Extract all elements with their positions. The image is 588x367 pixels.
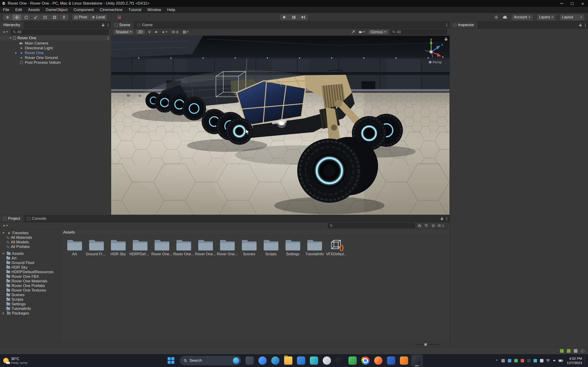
menu-item[interactable]: Assets	[25, 7, 43, 13]
wifi-icon[interactable]	[545, 357, 551, 365]
asset-folder-item[interactable]: Scripts	[0, 297, 60, 302]
volume-icon[interactable]	[552, 357, 557, 365]
dark-app-icon[interactable]	[334, 355, 346, 367]
project-search-input[interactable]	[328, 223, 415, 228]
favorites-item[interactable]: All Materials	[0, 235, 60, 240]
grid-snapping-icon[interactable]	[117, 15, 122, 20]
maximize-button[interactable]	[567, 0, 578, 7]
import-package-icon[interactable]	[417, 223, 422, 228]
scene-menu-icon[interactable]	[108, 38, 108, 39]
pause-button[interactable]	[289, 14, 299, 21]
lighting-status-icon[interactable]	[560, 349, 564, 353]
progress-spinner-icon[interactable]	[494, 15, 499, 20]
icon-size-slider[interactable]	[415, 344, 440, 345]
layout-dropdown[interactable]: Layout	[560, 14, 585, 21]
hierarchy-item[interactable]: Main Camera	[0, 41, 111, 46]
scene-viewport[interactable]: y x z Persp	[111, 36, 450, 215]
cloud-collab-icon[interactable]	[502, 15, 508, 20]
file-explorer-icon[interactable]	[282, 355, 294, 367]
tab-console[interactable]: Console	[24, 215, 50, 222]
asset-grid-item[interactable]: {} Rover One...	[173, 238, 195, 256]
minimize-button[interactable]	[556, 0, 567, 7]
tray-red-icon[interactable]	[519, 357, 525, 365]
menu-item[interactable]: GameObject	[43, 7, 70, 13]
lock-icon[interactable]	[102, 23, 104, 27]
menu-item[interactable]: Window	[144, 7, 164, 13]
transform-tool-button[interactable]	[50, 14, 59, 21]
tab-project[interactable]: Project	[0, 215, 24, 222]
blue-app-icon[interactable]	[385, 355, 397, 367]
shading-mode-dropdown[interactable]: Shaded	[113, 29, 134, 35]
console-status-icon[interactable]	[574, 349, 578, 353]
asset-grid-item[interactable]: {} Ground Flo...	[86, 238, 107, 256]
viewport-lock-icon[interactable]	[444, 37, 448, 41]
tab-scene[interactable]: Scene	[111, 22, 134, 28]
hierarchy-search-input[interactable]: All	[11, 29, 109, 35]
favorites-item[interactable]: All Prefabs	[0, 244, 60, 249]
tray-green-icon[interactable]	[513, 357, 519, 365]
tab-game[interactable]: Game	[134, 22, 156, 28]
asset-grid-item[interactable]: {} Scripts	[260, 238, 282, 256]
lock-icon[interactable]	[579, 23, 582, 27]
close-button[interactable]: ×	[578, 0, 588, 7]
chrome-browser-icon[interactable]	[359, 355, 372, 367]
rotate-tool-button[interactable]	[22, 14, 31, 21]
projection-mode-toggle[interactable]: Persp	[429, 60, 442, 64]
panel-menu-icon[interactable]	[447, 218, 447, 219]
collapse-arrow[interactable]	[2, 253, 5, 254]
play-button[interactable]	[280, 14, 289, 21]
edge-browser-icon[interactable]	[269, 355, 281, 367]
scene-visibility-toggle[interactable]: 0	[170, 29, 180, 35]
move-tool-button[interactable]	[12, 14, 22, 21]
asset-folder-item[interactable]: HDRPDefaultResources	[0, 270, 60, 274]
expand-arrow[interactable]	[14, 52, 18, 54]
tab-inspector[interactable]: Inspector	[450, 22, 478, 28]
tray-gray-icon[interactable]	[500, 357, 506, 365]
layers-dropdown[interactable]: Layers	[536, 14, 556, 21]
widgets-icon[interactable]	[244, 355, 256, 367]
asset-folder-item[interactable]: Rover One Textures	[0, 288, 60, 293]
scene-tools-icon[interactable]	[351, 29, 356, 35]
microsoft-store-icon[interactable]	[295, 355, 307, 367]
pivot-toggle-button[interactable]: Pivot	[72, 14, 90, 21]
favorites-star-icon[interactable]	[431, 223, 436, 228]
collab-status-icon[interactable]	[567, 349, 571, 353]
asset-grid-item[interactable]: {} Scenes	[238, 238, 260, 256]
hierarchy-item[interactable]: Rover One Ground	[0, 55, 111, 60]
orange-app-icon[interactable]	[398, 355, 410, 367]
gizmos-dropdown[interactable]: Gizmos	[368, 29, 389, 35]
account-dropdown[interactable]: Account	[511, 14, 533, 21]
scene-expand-arrow[interactable]	[9, 37, 11, 39]
asset-folder-item[interactable]: Scenes	[0, 293, 60, 297]
create-asset-button[interactable]: +	[2, 223, 9, 228]
asset-grid-item[interactable]: {} Rover One...	[195, 238, 216, 256]
hidden-packages-toggle[interactable]: 1	[438, 223, 448, 228]
unity-editor-icon[interactable]	[411, 355, 423, 367]
panel-menu-icon[interactable]	[585, 25, 586, 25]
scene-search-input[interactable]: All	[390, 29, 447, 35]
asset-folder-item[interactable]: Ground Floor	[0, 261, 60, 265]
start-button[interactable]	[165, 355, 177, 367]
menu-item[interactable]: Tutorial	[125, 7, 144, 13]
scene-audio-icon[interactable]	[154, 29, 159, 35]
tray-light-icon[interactable]	[539, 357, 545, 365]
asset-grid-item[interactable]: {} VFXDefaul...	[326, 238, 347, 256]
asset-folder-item[interactable]: TutorialInfo	[0, 307, 60, 311]
hierarchy-item[interactable]: Post Process Volium	[0, 60, 111, 65]
asset-grid-item[interactable]: {} HDRPDefau...	[129, 238, 151, 256]
favorites-root[interactable]: Favorites	[0, 231, 60, 235]
asset-folder-item[interactable]: Settings	[0, 302, 60, 307]
tab-hierarchy[interactable]: Hierarchy	[0, 22, 24, 28]
menu-item[interactable]: Component	[70, 7, 97, 13]
tray-dark-icon[interactable]	[526, 357, 532, 365]
hierarchy-item[interactable]: Rover One	[0, 50, 111, 55]
scene-grid-dropdown[interactable]	[182, 29, 190, 35]
orientation-gizmo[interactable]: y x z	[418, 38, 445, 61]
taskbar-search-input[interactable]: Search	[180, 356, 241, 365]
asset-grid-item[interactable]: {} Art	[64, 238, 86, 256]
slider-knob[interactable]	[424, 343, 427, 346]
asset-grid-item[interactable]: {} Settings	[282, 238, 304, 256]
lock-icon[interactable]	[441, 217, 443, 220]
custom-tool-button[interactable]	[59, 14, 69, 21]
firefox-browser-icon[interactable]	[372, 355, 384, 367]
